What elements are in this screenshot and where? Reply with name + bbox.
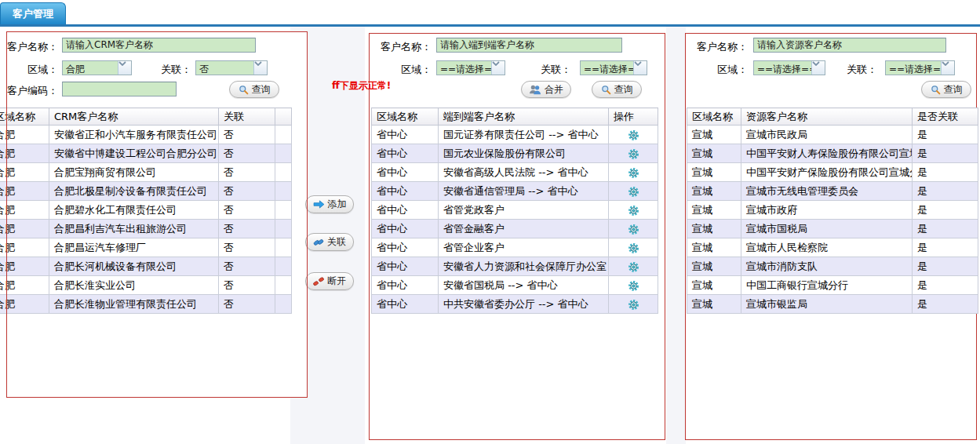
column-header: 区域名称	[0, 108, 49, 126]
table-cell: 否	[219, 201, 275, 220]
table-cell: 宣城	[687, 238, 741, 257]
table-cell: 合肥宝翔商贸有限公司	[49, 163, 219, 182]
e2e-query-button[interactable]: 查询	[592, 81, 642, 98]
row-actions-cell	[609, 238, 658, 257]
table-cell	[275, 163, 292, 182]
table-row: 合肥合肥宝翔商贸有限公司否	[0, 163, 292, 182]
gear-icon[interactable]	[628, 186, 639, 198]
row-actions-cell	[609, 220, 658, 238]
table-cell: 合肥长淮物业管理有限责任公司	[49, 295, 219, 314]
resource-table: 区域名称 资源客户名称 是否关联 宣城宣城市民政局是宣城中国平安财人寿保险股份有…	[687, 107, 978, 314]
table-cell: 宣城	[687, 126, 741, 144]
resource-query-button[interactable]: 查询	[921, 81, 971, 98]
table-row: 合肥合肥长淮实业公司否	[0, 276, 292, 295]
e2e-region-select[interactable]: ==请选择==	[436, 60, 505, 75]
table-cell: 是	[913, 238, 978, 257]
table-row: 宣城宣城市银监局是	[687, 295, 978, 314]
table-cell: 宣城市无线电管理委员会	[741, 182, 913, 201]
row-actions-cell	[609, 163, 658, 182]
crm-assoc-value: 否	[196, 61, 253, 75]
resource-name-input[interactable]	[753, 38, 946, 53]
resource-assoc-value: ==请选择==	[886, 61, 941, 75]
crm-code-input[interactable]	[62, 82, 177, 96]
table-cell: 宣城	[687, 182, 741, 201]
table-cell: 否	[219, 276, 275, 295]
e2e-region-label: 区域：	[377, 63, 432, 77]
table-cell: 合肥昌运汽车修理厂	[49, 238, 219, 257]
table-cell: 合肥	[0, 238, 49, 257]
table-cell: 省中心	[372, 126, 439, 144]
row-actions-cell	[609, 182, 658, 201]
table-cell: 是	[913, 295, 978, 314]
table-cell: 否	[219, 126, 275, 144]
search-icon	[601, 85, 611, 95]
crm-assoc-select[interactable]: 否	[195, 60, 268, 75]
column-header: 关联	[219, 108, 275, 126]
table-cell	[275, 238, 292, 257]
table-cell: 合肥	[0, 276, 49, 295]
gear-icon[interactable]	[628, 280, 639, 292]
table-row: 省中心省管金融客户	[372, 220, 658, 238]
table-cell: 中国平安财人寿保险股份有限公司宣城分	[741, 144, 913, 163]
e2e-table: 区域名称 端到端客户名称 操作 省中心国元证券有限责任公司 --> 省中心省中心…	[371, 107, 658, 314]
associate-button[interactable]: 关联	[305, 233, 354, 251]
table-row: 省中心省管党政客户	[372, 201, 658, 220]
gear-icon[interactable]	[628, 242, 639, 254]
gear-icon[interactable]	[628, 261, 639, 273]
disconnect-button[interactable]: 断开	[305, 272, 354, 290]
table-cell: 否	[219, 144, 275, 163]
table-cell: 省中心	[372, 238, 439, 257]
gear-icon[interactable]	[628, 148, 639, 160]
gear-icon[interactable]	[628, 167, 639, 179]
gear-icon[interactable]	[628, 299, 639, 311]
crm-region-select[interactable]: 合肥	[62, 60, 132, 75]
gear-icon[interactable]	[628, 129, 639, 141]
table-cell: 安徽省高级人民法院 --> 省中心	[439, 163, 609, 182]
search-icon	[931, 85, 941, 95]
table-cell: 合肥	[0, 257, 49, 276]
table-header-row: 区域名称 端到端客户名称 操作	[372, 108, 658, 126]
gear-icon[interactable]	[628, 205, 639, 217]
add-button[interactable]: 添加	[305, 195, 354, 213]
table-cell: 合肥	[0, 163, 49, 182]
column-header	[275, 108, 292, 126]
column-header: 区域名称	[687, 108, 741, 126]
table-cell: 省中心	[372, 295, 439, 314]
chevron-down-icon	[491, 61, 505, 75]
table-body: 合肥安徽省正和小汽车服务有限责任公司否合肥安徽省中博建设工程公司合肥分公司否合肥…	[0, 126, 292, 314]
associate-button-label: 关联	[327, 235, 346, 249]
column-header: 是否关联	[913, 108, 978, 126]
table-cell	[275, 220, 292, 238]
crm-query-button[interactable]: 查询	[229, 81, 279, 98]
panel-gap-strip	[666, 27, 686, 444]
table-row: 省中心国元证券有限责任公司 --> 省中心	[372, 126, 658, 144]
row-actions-cell	[609, 257, 658, 276]
column-header: CRM客户名称	[49, 108, 219, 126]
gear-icon[interactable]	[628, 224, 639, 235]
table-cell	[275, 144, 292, 163]
table-cell	[275, 201, 292, 220]
e2e-name-input[interactable]	[436, 38, 622, 53]
table-row: 合肥合肥昌利吉汽车出租旅游公司否	[0, 220, 292, 238]
crm-name-input[interactable]	[62, 38, 256, 53]
e2e-assoc-value: ==请选择==	[581, 61, 633, 75]
merge-button-label: 合并	[545, 83, 563, 96]
merge-button[interactable]: 合并	[521, 81, 571, 98]
table-cell	[275, 182, 292, 201]
crm-name-label: 客户名称：	[6, 40, 58, 54]
tab-bar-divider	[0, 24, 980, 27]
resource-assoc-select[interactable]: ==请选择==	[885, 60, 955, 75]
table-cell: 合肥	[0, 144, 49, 163]
table-row: 宣城宣城市人民检察院是	[687, 238, 978, 257]
table-cell: 省管党政客户	[439, 201, 609, 220]
e2e-assoc-select[interactable]: ==请选择==	[580, 60, 647, 75]
table-cell: 是	[913, 182, 978, 201]
table-cell: 合肥长河机械设备有限公司	[49, 257, 219, 276]
tab-customer-management[interactable]: 客户管理	[0, 2, 66, 24]
chevron-down-icon	[118, 61, 131, 75]
table-cell: 是	[913, 276, 978, 295]
display-note-text: ff下显示正常!	[332, 79, 391, 93]
column-header: 端到端客户名称	[439, 108, 609, 126]
table-body: 宣城宣城市民政局是宣城中国平安财人寿保险股份有限公司宣城分是宣城中国平安财产保险…	[687, 126, 978, 314]
resource-region-select[interactable]: ==请选择==	[753, 60, 825, 75]
